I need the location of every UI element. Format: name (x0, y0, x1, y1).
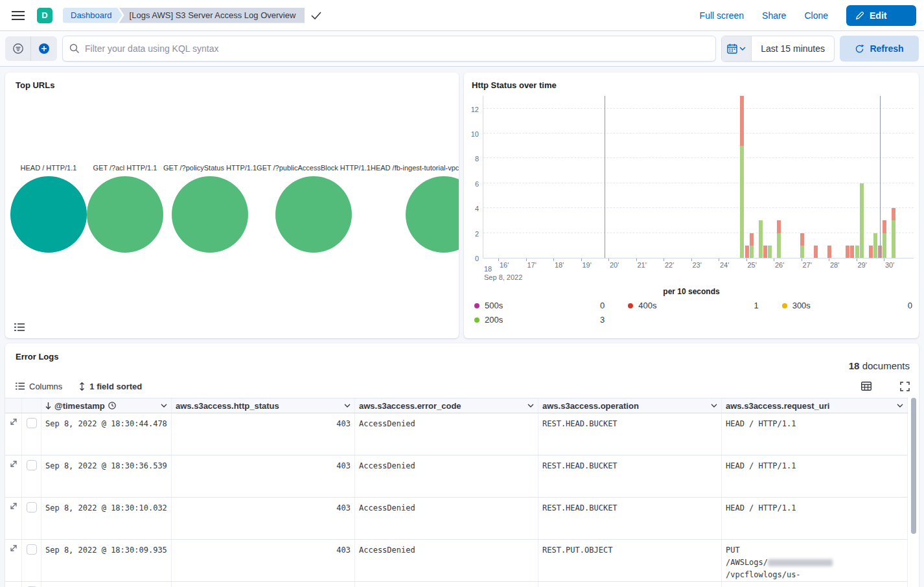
sort-fields-button[interactable]: 1 field sorted (79, 382, 142, 391)
legend-item-300s[interactable]: 300s0 (782, 301, 912, 310)
redacted-account-id (768, 559, 833, 566)
bar-200s[interactable] (759, 220, 763, 258)
expand-row-icon[interactable] (5, 498, 22, 539)
legend-item-400s[interactable]: 400s1 (628, 301, 758, 310)
pie-chart[interactable] (275, 176, 352, 253)
column-header-awss3accesserror_code[interactable]: aws.s3access.error_code (355, 398, 538, 413)
fullscreen-icon[interactable] (900, 382, 910, 391)
edit-button[interactable]: Edit (846, 5, 916, 26)
bar-400s[interactable] (869, 246, 873, 258)
bar-400s[interactable] (740, 96, 744, 146)
bar-400s[interactable] (777, 220, 781, 233)
cell-request-uri[interactable]: HEAD / HTTP/1.1 (722, 455, 908, 497)
legend-toggle-icon[interactable] (14, 323, 25, 332)
add-filter-icon[interactable] (31, 36, 57, 61)
y-tick-label: 2 (475, 230, 479, 238)
cell-error-code[interactable]: AccessDenied (355, 413, 538, 455)
cell-operation[interactable]: REST.PUT.OBJECT (538, 540, 722, 581)
pie-chart[interactable] (10, 176, 87, 253)
row-checkbox[interactable] (27, 544, 37, 555)
pie-chart[interactable] (172, 176, 248, 253)
cell-http-status[interactable]: 403 (172, 498, 355, 539)
bar-400s[interactable] (745, 246, 749, 258)
row-checkbox[interactable] (27, 502, 37, 512)
full-screen-button[interactable]: Full screen (700, 10, 744, 21)
expand-row-icon[interactable] (5, 582, 22, 587)
bar-200s[interactable] (855, 246, 859, 258)
columns-button[interactable]: Columns (16, 382, 62, 391)
bar-400s[interactable] (892, 208, 895, 220)
bar-200s[interactable] (800, 246, 804, 258)
row-checkbox[interactable] (27, 460, 37, 470)
avatar[interactable]: D (37, 8, 52, 23)
http-status-plot[interactable] (483, 96, 914, 259)
gridline (483, 233, 914, 233)
expand-row-icon[interactable] (5, 455, 22, 497)
cell-http-status[interactable]: 403 (172, 540, 355, 581)
cell-operation[interactable]: REST.HEAD.BUCKET (538, 498, 722, 539)
x-tick-label: 28' (830, 261, 839, 269)
bar-400s[interactable] (763, 246, 767, 258)
bar-200s[interactable] (740, 146, 744, 258)
cell-error-code[interactable]: AccessDenied (355, 540, 538, 581)
column-header-timestamp[interactable]: @timestamp (41, 398, 172, 413)
calendar-menu-button[interactable] (722, 36, 752, 61)
cell-timestamp[interactable]: Sep 8, 2022 @ 18:30:36.539 (41, 455, 172, 497)
column-header-awss3accessrequest_uri[interactable]: aws.s3access.request_uri (722, 398, 908, 413)
clone-button[interactable]: Clone (804, 10, 828, 21)
expand-row-icon[interactable] (5, 413, 22, 455)
y-tick-label: 8 (475, 155, 479, 163)
cell-http-status[interactable]: 403 (172, 455, 355, 497)
cell-operation[interactable]: REST.HEAD.BUCKET (538, 455, 722, 497)
column-header-awss3accesshttp_status[interactable]: aws.s3access.http_status (172, 398, 355, 413)
bar-200s[interactable] (873, 233, 877, 258)
bar-200s[interactable] (860, 183, 864, 258)
menu-icon[interactable] (5, 3, 31, 29)
cell-http-status[interactable]: 403 (172, 413, 355, 455)
row-checkbox[interactable] (27, 418, 37, 428)
kql-search-input[interactable] (85, 43, 709, 54)
bar-400s[interactable] (846, 246, 849, 258)
calendar-icon (727, 43, 737, 54)
legend-item-500s[interactable]: 500s0 (474, 301, 605, 310)
time-range-button[interactable]: Last 15 minutes (752, 36, 834, 61)
bar-400s[interactable] (800, 233, 804, 246)
cell-timestamp[interactable]: Sep 8, 2022 @ 18:30:44.478 (41, 413, 172, 455)
bar-200s[interactable] (892, 220, 895, 258)
cell-request-uri[interactable]: HEAD / HTTP/1.1 (722, 413, 908, 455)
bar-400s[interactable] (814, 246, 818, 258)
bar-200s[interactable] (883, 233, 886, 258)
bar-200s[interactable] (777, 233, 781, 258)
breadcrumb-dashboard[interactable]: Dashboard (63, 8, 122, 23)
refresh-button[interactable]: Refresh (840, 36, 919, 62)
cell-request-uri[interactable]: PUT/AWSLogs//vpcflowlogs/us-west-… (722, 540, 908, 581)
error-logs-table: @timestampaws.s3access.http_statusaws.s3… (5, 398, 908, 587)
bar-400s[interactable] (827, 246, 831, 258)
cell-error-code[interactable]: AccessDenied (355, 498, 538, 539)
gridline (483, 108, 914, 109)
saved-query-icon[interactable] (5, 36, 31, 61)
bar-200s[interactable] (750, 246, 754, 258)
display-options-icon[interactable] (861, 382, 872, 391)
pie-chart[interactable] (87, 176, 163, 253)
legend-dot-icon (628, 303, 633, 308)
share-button[interactable]: Share (762, 10, 786, 21)
cell-timestamp[interactable]: Sep 8, 2022 @ 18:30:10.032 (41, 498, 172, 539)
kql-search-box[interactable] (62, 36, 716, 62)
expand-row-icon[interactable] (5, 540, 22, 581)
bar-400s[interactable] (750, 233, 754, 246)
chart-legend: 500s0400s1300s0200s3 (474, 301, 912, 325)
top-navigation-bar: D Dashboard [Logs AWS] S3 Server Access … (0, 0, 924, 31)
cell-operation[interactable]: REST.HEAD.BUCKET (538, 413, 722, 455)
column-header-awss3accessoperation[interactable]: aws.s3access.operation (538, 398, 722, 413)
legend-item-200s[interactable]: 200s3 (474, 315, 605, 325)
cell-timestamp[interactable]: Sep 8, 2022 @ 18:30:09.935 (41, 540, 172, 581)
table-scrollbar[interactable] (911, 398, 916, 586)
row-select-cell (22, 540, 41, 581)
bar-400s[interactable] (850, 246, 854, 258)
cell-error-code[interactable]: AccessDenied (355, 455, 538, 497)
cell-request-uri[interactable]: HEAD / HTTP/1.1 (722, 498, 908, 539)
bar-200s[interactable] (768, 246, 772, 258)
bar-400s[interactable] (883, 220, 886, 233)
pie-chart[interactable] (406, 176, 459, 253)
